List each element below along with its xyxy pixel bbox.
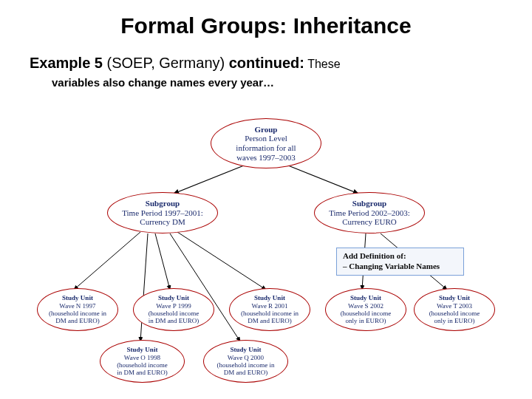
- example-subline: variables also change names every year…: [52, 76, 532, 89]
- node-study-unit-t2003: Study Unit Wave T 2003 (household income…: [414, 288, 495, 331]
- node-study-unit-s2002: Study Unit Wave S 2002 (household income…: [325, 288, 406, 331]
- node-line: Wave S 2002: [348, 302, 383, 310]
- node-study-unit-n1997: Study Unit Wave N 1997 (household income…: [37, 288, 118, 331]
- node-line: information for all: [236, 143, 296, 153]
- node-label: Study Unit: [62, 294, 93, 301]
- node-line: Wave P 1999: [156, 302, 191, 310]
- node-line: DM and EURO): [224, 369, 268, 376]
- node-line: Time Period 1997–2001:: [122, 208, 203, 218]
- node-line: only in EURO): [434, 317, 475, 324]
- callout-line1: Add Definition of:: [343, 251, 406, 260]
- node-subgroup-2: Subgroup Time Period 2002–2003: Currency…: [314, 192, 425, 233]
- node-line: (household income: [149, 310, 200, 317]
- callout-line2: – Changing Variable Names: [343, 262, 440, 270]
- node-line: Wave N 1997: [59, 302, 95, 310]
- svg-line-0: [174, 163, 251, 194]
- node-line: (household income: [429, 310, 480, 317]
- node-study-unit-r2001: Study Unit Wave R 2001 (household income…: [229, 288, 310, 331]
- node-line: Currency DM: [140, 217, 185, 227]
- node-group: Group Person Level information for all w…: [211, 118, 321, 168]
- node-line: Wave O 1998: [124, 354, 160, 361]
- example-context: (SOEP, Germany): [103, 55, 229, 71]
- node-line: Time Period 2002–2003:: [329, 208, 410, 218]
- svg-line-1: [281, 163, 358, 194]
- node-label: Subgroup: [146, 199, 180, 208]
- node-line: waves 1997–2003: [236, 153, 296, 163]
- svg-line-2: [74, 232, 140, 290]
- node-line: in DM and EURO): [149, 317, 200, 324]
- node-line: Wave R 2001: [252, 302, 288, 310]
- node-label: Study Unit: [158, 294, 189, 301]
- node-label: Group: [255, 125, 278, 134]
- node-line: (household income in: [217, 361, 275, 369]
- node-label: Study Unit: [254, 294, 285, 301]
- slide-title: Formal Groups: Inheritance: [0, 13, 532, 38]
- inheritance-diagram: Group Person Level information for all w…: [37, 118, 495, 384]
- node-label: Study Unit: [350, 294, 381, 301]
- node-label: Study Unit: [231, 346, 262, 353]
- node-study-unit-q2000: Study Unit Wave Q 2000 (household income…: [203, 340, 288, 383]
- node-line: DM and EURO): [55, 317, 100, 324]
- node-line: (household income in: [241, 310, 299, 317]
- svg-line-3: [155, 233, 170, 290]
- node-line: Wave T 2003: [437, 302, 472, 310]
- node-study-unit-o1998: Study Unit Wave O 1998 (household income…: [100, 340, 185, 383]
- node-label: Study Unit: [127, 346, 158, 353]
- node-line: (household income in: [49, 310, 106, 317]
- svg-line-4: [177, 232, 266, 290]
- node-line: DM and EURO): [248, 317, 292, 324]
- callout-add-definition: Add Definition of: – Changing Variable N…: [336, 248, 464, 276]
- node-line: Person Level: [245, 134, 287, 143]
- example-bold: Example 5: [30, 55, 103, 71]
- node-line: in DM and EURO): [117, 369, 168, 376]
- node-label: Subgroup: [352, 199, 386, 208]
- node-line: only in EURO): [346, 317, 386, 324]
- node-line: Wave Q 2000: [228, 354, 264, 361]
- node-subgroup-1: Subgroup Time Period 1997–2001: Currency…: [107, 192, 218, 233]
- node-line: Currency EURO: [342, 217, 397, 227]
- node-line: (household income: [341, 310, 392, 317]
- example-continued: continued:: [229, 55, 304, 71]
- example-trail: These: [304, 58, 341, 70]
- example-heading: Example 5 (SOEP, Germany) continued: The…: [30, 55, 532, 72]
- node-label: Study Unit: [439, 294, 470, 301]
- node-line: (household income: [117, 361, 168, 369]
- node-study-unit-p1999: Study Unit Wave P 1999 (household income…: [133, 288, 214, 331]
